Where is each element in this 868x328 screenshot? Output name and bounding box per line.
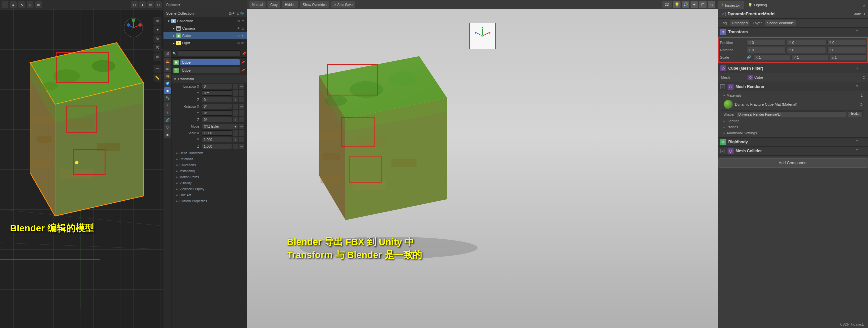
- rotation-x-field[interactable]: 0°: [202, 104, 232, 109]
- constraint-prop-icon[interactable]: 🔗: [164, 117, 171, 123]
- material-prop-icon[interactable]: ◉: [164, 131, 171, 138]
- mesh-menu-icon[interactable]: 📌: [241, 69, 245, 72]
- rotation-z-field[interactable]: Z 0: [827, 47, 866, 53]
- scale-x-field[interactable]: X 1: [753, 54, 790, 60]
- context-hidden-btn[interactable]: Hidden: [282, 1, 298, 8]
- static-dropdown[interactable]: ▾: [864, 12, 865, 16]
- inspector-tab[interactable]: ℹ Inspector: [718, 1, 744, 9]
- lighting-toggle[interactable]: 💡: [673, 1, 681, 8]
- rigidbody-help[interactable]: ?: [856, 139, 858, 145]
- scale-lock-icon[interactable]: 🔗: [747, 54, 751, 60]
- mesh-collider-menu[interactable]: ⋮: [862, 149, 866, 153]
- object-prop-icon[interactable]: ▣: [164, 87, 171, 94]
- rotation-y-field[interactable]: 0°: [202, 110, 232, 116]
- cursor-tool[interactable]: ⊕: [153, 17, 161, 25]
- mesh-renderer-help[interactable]: ?: [856, 84, 858, 89]
- scale-tool[interactable]: ⇱: [153, 44, 161, 52]
- rotation-z-lock[interactable]: ⋯: [239, 117, 244, 122]
- outliner-light[interactable]: ▸ ☀ Light ⊙ 👁: [163, 39, 247, 47]
- scale-z-field[interactable]: 1.000: [202, 144, 232, 149]
- viewport-xray-icon[interactable]: ⊙: [155, 1, 162, 8]
- data-prop-icon[interactable]: ⬡: [164, 124, 171, 131]
- transform-help-btn[interactable]: ?: [856, 29, 858, 35]
- blender-toolbar-top[interactable]: ☰ ◈ ✕ ⊕ ⊞ ⊡ ● ⊚ ⊙: [0, 0, 163, 9]
- additional-settings-subsection[interactable]: ▸ Additional Settings: [721, 130, 865, 136]
- scale-x-anim[interactable]: ○: [233, 130, 238, 136]
- output-prop-icon[interactable]: 📤: [164, 58, 171, 65]
- shader-edit-btn[interactable]: Edit...: [848, 111, 863, 117]
- rotation-x-lock[interactable]: ⋯: [239, 104, 244, 109]
- location-z-field[interactable]: 0 m: [202, 97, 232, 102]
- scene-prop-icon[interactable]: 🎭: [164, 73, 171, 79]
- mode-dropdown[interactable]: XYZ Euler ▾: [202, 124, 238, 129]
- material-select-btn[interactable]: ⊙: [860, 102, 863, 107]
- line-art-section[interactable]: ▸ Line Art ⋯: [172, 192, 247, 198]
- object-active-checkbox[interactable]: ✓: [721, 12, 725, 17]
- rotation-y-lock[interactable]: ⋯: [239, 110, 244, 116]
- move-tool[interactable]: ✦: [153, 26, 161, 34]
- inspector-close-btn[interactable]: ×: [860, 4, 868, 9]
- rotation-z-field[interactable]: 0°: [202, 117, 232, 122]
- lighting-tab[interactable]: 💡 Lighting: [744, 1, 771, 9]
- add-component-button[interactable]: Add Component: [718, 158, 868, 168]
- mesh-collider-help[interactable]: ?: [856, 148, 858, 154]
- scale-y-field[interactable]: Y 1: [792, 54, 828, 60]
- scale-z-field[interactable]: Z 1: [830, 54, 866, 60]
- location-x-anim[interactable]: ○: [233, 84, 238, 89]
- audio-toggle[interactable]: 🔊: [682, 1, 689, 8]
- object-name[interactable]: DynamicFractureModel: [727, 11, 776, 17]
- position-x-field[interactable]: X 0: [747, 40, 785, 46]
- fx-toggle[interactable]: ✦: [690, 1, 698, 8]
- view-layer-icon[interactable]: ⊞: [164, 65, 171, 72]
- shader-value[interactable]: Universal Render Pipeline/Lit: [736, 111, 846, 117]
- particle-prop-icon[interactable]: ✧: [164, 102, 171, 109]
- mesh-filter-help[interactable]: ?: [856, 66, 858, 71]
- lighting-subsection[interactable]: ▸ Lighting: [721, 118, 865, 124]
- measure-tool[interactable]: 📏: [153, 74, 161, 82]
- outliner-cube[interactable]: ▸ ▣ Cube ⊡ 👁: [163, 32, 247, 39]
- scale-x-field[interactable]: 1.000: [202, 130, 232, 136]
- mesh-filter-header[interactable]: ⬡ Cube (Mesh Filter) ? ⋮: [718, 64, 868, 73]
- rotation-x-anim[interactable]: ○: [233, 104, 238, 109]
- blender-select-icon[interactable]: ✕: [18, 1, 25, 8]
- 2d-view-btn[interactable]: 2D: [662, 1, 672, 8]
- rigidbody-menu[interactable]: ⋮: [862, 140, 866, 144]
- viewport-display-section[interactable]: ▸ Viewport Display ⋯: [172, 186, 247, 192]
- blender-add-icon[interactable]: ⊕: [27, 1, 33, 8]
- rotate-tool[interactable]: ↻: [153, 35, 161, 43]
- location-y-anim[interactable]: ○: [233, 90, 238, 96]
- render-prop-icon[interactable]: 🎬: [164, 51, 171, 57]
- delta-transform-section[interactable]: ▸ Delta Transform ⋯: [172, 150, 247, 156]
- viewport-mode-icon[interactable]: ⊡: [131, 1, 138, 8]
- visibility-section[interactable]: ▸ Visibility ⋯: [172, 180, 247, 186]
- annotate-tool[interactable]: ✏: [153, 65, 161, 73]
- mode-lock[interactable]: ⋯: [239, 124, 244, 129]
- object-menu-icon[interactable]: 📌: [241, 61, 245, 64]
- mesh-select-btn[interactable]: ⊙: [862, 75, 865, 80]
- motion-paths-section[interactable]: ▸ Motion Paths ⋯: [172, 174, 247, 180]
- transform-menu-btn[interactable]: ⋮: [862, 30, 866, 34]
- outliner-collection[interactable]: ▾ ■ Collection 👁 ⊙: [163, 17, 247, 25]
- custom-props-section[interactable]: ▸ Custom Properties ⋯: [172, 198, 247, 204]
- probes-subsection[interactable]: ▸ Probes: [721, 124, 865, 130]
- context-gray-btn[interactable]: Gray: [268, 1, 280, 8]
- object-name-field[interactable]: Cube: [180, 59, 240, 65]
- transform-section-header[interactable]: ▾ Transform ⋯: [172, 75, 247, 83]
- context-normal-btn[interactable]: Normal: [250, 1, 266, 8]
- position-y-field[interactable]: Y 0: [787, 40, 826, 46]
- scale-y-field[interactable]: 1.000: [202, 137, 232, 142]
- mesh-renderer-toggle[interactable]: ✓: [720, 84, 725, 89]
- mesh-filter-menu[interactable]: ⋮: [862, 66, 866, 71]
- mesh-renderer-menu[interactable]: ⋮: [862, 85, 866, 89]
- viewport-overlay-icon[interactable]: ⊚: [147, 1, 154, 8]
- scene-view-mode[interactable]: ⊡: [699, 1, 707, 8]
- blender-view-icon[interactable]: ◈: [10, 1, 17, 8]
- transform-component-header[interactable]: ⇱ Transform ? ⋮: [718, 28, 868, 36]
- scale-y-anim[interactable]: ○: [233, 137, 238, 142]
- materials-subsection[interactable]: ▸ Materials 1: [721, 92, 865, 98]
- relations-section[interactable]: ▸ Relations ⋯: [172, 156, 247, 162]
- show-overrides-btn[interactable]: Show Overrides: [300, 1, 329, 8]
- mesh-renderer-header[interactable]: ✓ ⬡ Mesh Renderer ? ⋮: [718, 82, 868, 91]
- scale-x-lock[interactable]: ⋯: [239, 130, 244, 136]
- mesh-collider-header[interactable]: ✓ ⬡ Mesh Collider ? ⋮: [718, 147, 868, 155]
